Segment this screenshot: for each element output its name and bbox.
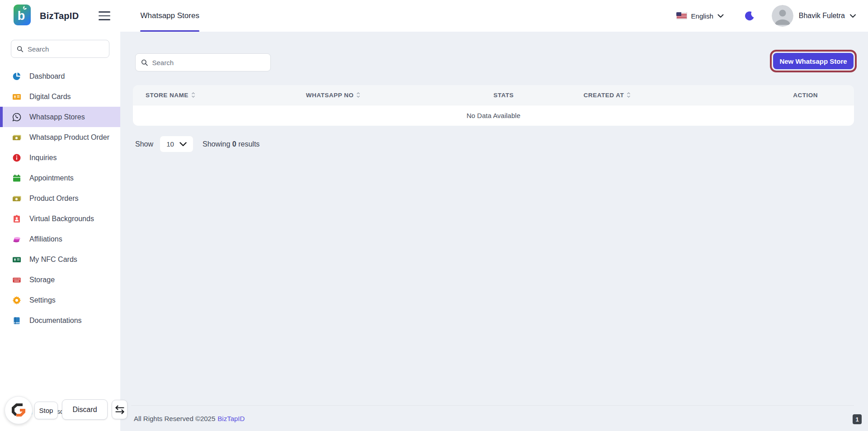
chevron-down-icon [179, 142, 187, 147]
table-search[interactable] [135, 53, 271, 71]
footer-brand-link[interactable]: BizTapID [217, 415, 245, 422]
banknote-icon [12, 194, 21, 203]
nfc-card-icon [12, 255, 21, 264]
active-tab-label: Whatsapp Stores [140, 11, 199, 20]
column-whatsapp-no[interactable]: WHATSAPP NO [306, 92, 494, 99]
sidebar-item-affiliations[interactable]: Affiliations [0, 229, 120, 249]
sidebar-item-appointments[interactable]: Appointments [0, 168, 120, 188]
brand[interactable]: b BizTapID [14, 5, 79, 27]
person-avatar-icon [772, 5, 793, 27]
column-action: ACTION [735, 92, 854, 99]
new-whatsapp-store-button[interactable]: New Whatsapp Store [773, 53, 854, 69]
sidebar-search[interactable] [11, 40, 109, 58]
banknote-icon [12, 133, 21, 142]
chevron-down-icon [849, 14, 856, 18]
language-label: English [691, 12, 713, 20]
copyright-text: All Rights Reserved ©2025BizTapID [131, 415, 245, 422]
result-count: 0 [232, 140, 236, 148]
svg-text:b: b [18, 9, 25, 23]
empty-state: No Data Available [133, 105, 854, 126]
sidebar-item-digital-cards[interactable]: Digital Cards [0, 86, 120, 107]
search-icon [17, 45, 24, 53]
results-summary: Showing 0 results [203, 140, 259, 148]
column-created-at[interactable]: CREATED AT [584, 92, 735, 99]
sidebar-item-virtual-backgrounds[interactable]: Virtual Backgrounds [0, 208, 120, 229]
moon-icon [745, 11, 755, 21]
avatar[interactable] [772, 5, 793, 27]
sort-icon [191, 92, 195, 98]
extension-logo-button[interactable] [5, 396, 33, 424]
drawer-icon [12, 275, 21, 284]
search-icon [141, 59, 148, 66]
sidebar-item-my-nfc-cards[interactable]: My NFC Cards [0, 249, 120, 270]
gear-icon [12, 295, 21, 305]
brand-name: BizTapID [40, 11, 79, 21]
sidebar-item-storage[interactable]: Storage [0, 270, 120, 290]
footer: All Rights Reserved ©2025BizTapID [131, 405, 854, 431]
sort-icon [356, 92, 360, 98]
sidebar: Dashboard Digital Cards Whatsapp Stores … [0, 32, 120, 431]
sidebar-nav: Dashboard Digital Cards Whatsapp Stores … [0, 66, 120, 331]
menu-icon[interactable] [99, 11, 110, 20]
show-label: Show [135, 140, 153, 148]
highlight-ring: New Whatsapp Store [770, 50, 857, 72]
page-number-badge: 1 [853, 414, 862, 424]
sidebar-search-input[interactable] [28, 45, 104, 53]
column-stats: STATS [493, 92, 583, 99]
table-header-row: STORE NAME WHATSAPP NO STATS CREATED AT … [133, 85, 854, 105]
book-icon [12, 316, 21, 325]
page-size-select[interactable]: 10 [160, 136, 193, 152]
pagination: Show 10 Showing 0 results [135, 136, 854, 152]
user-name: Bhavik Fuletra [799, 12, 845, 20]
sidebar-item-whatsapp-product-order[interactable]: Whatsapp Product Order [0, 127, 120, 147]
user-menu[interactable]: Bhavik Fuletra [799, 12, 856, 20]
id-card-icon [12, 92, 21, 101]
tab-whatsapp-stores[interactable]: Whatsapp Stores [140, 0, 199, 32]
swap-arrows-icon [114, 404, 125, 415]
sort-icon [627, 92, 631, 98]
tab-underline [140, 30, 199, 32]
sidebar-item-product-orders[interactable]: Product Orders [0, 188, 120, 208]
sidebar-item-inquiries[interactable]: Inquiries [0, 147, 120, 168]
main-content: New Whatsapp Store STORE NAME WHATSAPP N… [120, 32, 868, 431]
top-bar: b BizTapID Whatsapp Stores English Bhavi… [0, 0, 868, 32]
sidebar-item-dashboard[interactable]: Dashboard [0, 66, 120, 86]
person-badge-icon [12, 214, 21, 223]
biztapid-logo: b [14, 5, 31, 27]
discard-button[interactable]: Discard [62, 399, 108, 420]
language-selector[interactable]: English [676, 12, 724, 20]
whatsapp-icon [12, 112, 21, 122]
pie-chart-icon [12, 71, 21, 81]
info-circle-icon [12, 153, 21, 162]
calendar-icon [12, 173, 21, 183]
sidebar-item-whatsapp-stores[interactable]: Whatsapp Stores [0, 107, 120, 127]
stop-button[interactable]: Stop [34, 402, 58, 419]
extension-logo [10, 402, 27, 418]
coins-icon [12, 234, 21, 244]
swap-button[interactable] [112, 400, 127, 419]
sidebar-item-documentations[interactable]: Documentations [0, 310, 120, 331]
dark-mode-toggle[interactable] [745, 11, 755, 21]
chevron-down-icon [717, 14, 724, 18]
stores-table: STORE NAME WHATSAPP NO STATS CREATED AT … [133, 85, 854, 126]
table-search-input[interactable] [152, 59, 265, 66]
us-flag-icon [676, 12, 687, 19]
sidebar-item-settings[interactable]: Settings [0, 290, 120, 310]
column-store-name[interactable]: STORE NAME [133, 92, 306, 99]
